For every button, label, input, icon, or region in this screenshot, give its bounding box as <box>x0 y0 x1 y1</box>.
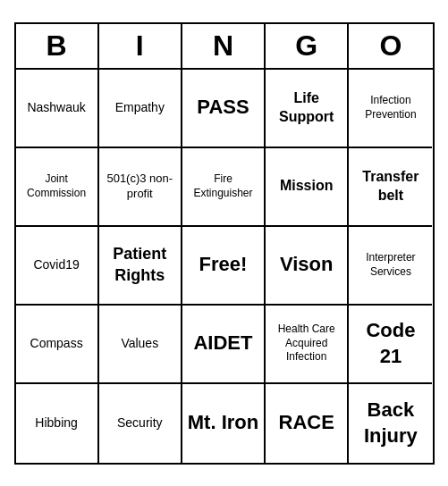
header-i: I <box>99 24 182 68</box>
bingo-cell-13: Vison <box>266 227 349 306</box>
bingo-cell-19: Code 21 <box>349 306 432 384</box>
bingo-cell-17: AIDET <box>182 306 266 384</box>
bingo-cell-7: Fire Extinguisher <box>182 148 266 227</box>
bingo-cell-20: Hibbing <box>16 384 99 463</box>
bingo-cell-6: 501(c)3 non-profit <box>99 148 182 227</box>
bingo-header: B I N G O <box>16 24 433 70</box>
bingo-grid: NashwaukEmpathyPASSLife SupportInfection… <box>16 70 433 463</box>
header-o: O <box>349 24 432 68</box>
bingo-cell-1: Empathy <box>99 70 182 148</box>
bingo-cell-5: Joint Commission <box>16 148 99 227</box>
header-n: N <box>182 24 266 68</box>
bingo-cell-24: Back Injury <box>349 384 432 463</box>
bingo-cell-11: Patient Rights <box>99 227 182 306</box>
bingo-cell-21: Security <box>99 384 182 463</box>
bingo-cell-10: Covid19 <box>16 227 99 306</box>
bingo-cell-18: Health Care Acquired Infection <box>266 306 349 384</box>
bingo-cell-3: Life Support <box>266 70 349 148</box>
bingo-cell-0: Nashwauk <box>16 70 99 148</box>
bingo-cell-2: PASS <box>182 70 266 148</box>
bingo-cell-8: Mission <box>266 148 349 227</box>
bingo-cell-12: Free! <box>182 227 266 306</box>
bingo-cell-16: Values <box>99 306 182 384</box>
bingo-cell-15: Compass <box>16 306 99 384</box>
header-g: G <box>266 24 349 68</box>
bingo-cell-14: Interpreter Services <box>349 227 432 306</box>
bingo-cell-4: Infection Prevention <box>349 70 432 148</box>
bingo-cell-9: Transfer belt <box>349 148 432 227</box>
bingo-card: B I N G O NashwaukEmpathyPASSLife Suppor… <box>14 22 435 465</box>
header-b: B <box>16 24 99 68</box>
bingo-cell-22: Mt. Iron <box>182 384 266 463</box>
bingo-cell-23: RACE <box>266 384 349 463</box>
